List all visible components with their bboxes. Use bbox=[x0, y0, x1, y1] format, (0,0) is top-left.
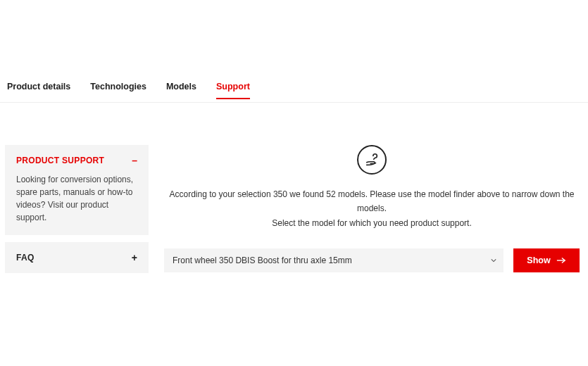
model-select-wrap: Front wheel 350 DBIS Boost for thru axle… bbox=[164, 248, 503, 272]
arrow-right-icon bbox=[556, 257, 566, 264]
collapse-icon: – bbox=[132, 155, 137, 166]
support-hand-wrench-icon bbox=[357, 145, 387, 175]
tab-product-details[interactable]: Product details bbox=[7, 82, 70, 99]
tab-support[interactable]: Support bbox=[216, 82, 250, 99]
accordion-product-support-body: Looking for conversion options, spare pa… bbox=[16, 173, 137, 224]
content-area: According to your selection 350 we found… bbox=[163, 145, 581, 280]
model-select[interactable]: Front wheel 350 DBIS Boost for thru axle… bbox=[164, 248, 503, 272]
help-text-line1: According to your selection 350 we found… bbox=[168, 187, 576, 216]
show-button-label: Show bbox=[527, 255, 550, 265]
expand-icon: + bbox=[132, 252, 137, 263]
accordion-product-support-header[interactable]: PRODUCT SUPPORT – bbox=[16, 155, 137, 166]
tab-technologies[interactable]: Technologies bbox=[90, 82, 146, 99]
accordion-product-support-title: PRODUCT SUPPORT bbox=[16, 156, 104, 165]
tab-models[interactable]: Models bbox=[166, 82, 196, 99]
help-text-line2: Select the model for which you need prod… bbox=[168, 216, 576, 230]
sidebar: PRODUCT SUPPORT – Looking for conversion… bbox=[5, 145, 149, 280]
tab-bar: Product details Technologies Models Supp… bbox=[0, 82, 588, 103]
accordion-product-support: PRODUCT SUPPORT – Looking for conversion… bbox=[5, 145, 149, 235]
accordion-faq-title: FAQ bbox=[16, 253, 35, 263]
accordion-faq-header[interactable]: FAQ + bbox=[16, 252, 137, 263]
accordion-faq: FAQ + bbox=[5, 242, 149, 273]
show-button[interactable]: Show bbox=[513, 248, 580, 272]
